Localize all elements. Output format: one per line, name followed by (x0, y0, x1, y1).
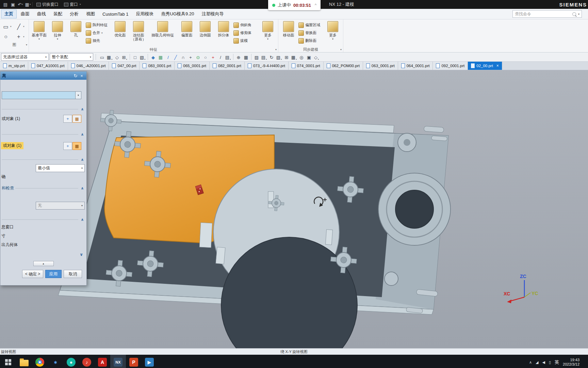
selection-tool-8[interactable]: ◆ (149, 53, 157, 61)
selection-tool-23[interactable]: ▨ (253, 53, 260, 61)
selection-tool-6[interactable]: ▧▾ (139, 53, 146, 61)
selection-tool-3[interactable]: ⊞▾ (121, 53, 128, 61)
cancel-button[interactable]: 取消 (64, 270, 82, 278)
selection-tool-0[interactable]: ▭ (98, 53, 106, 61)
part-tab-064-0001-prt[interactable]: 064_0001.prt (398, 62, 433, 70)
command-search-input[interactable]: 查找命令 ▾ (512, 10, 582, 18)
ribbon-button-more-sync[interactable]: 更多▾ (324, 20, 342, 41)
ribbon-button-extrude[interactable]: 拉伸▾ (48, 20, 67, 41)
taskbar-music[interactable]: ♪ (79, 355, 95, 368)
clipboard-icon[interactable]: ▣ (10, 1, 16, 8)
selection-filter-dropdown[interactable]: 无选择过滤器 ▾ (1, 53, 49, 61)
ribbon-button-pattern-feature[interactable]: 阵列特征 (85, 22, 111, 28)
ribbon-button-offset-region[interactable]: 偏置区域 (298, 22, 324, 28)
part-tab-047-a10001-prt[interactable]: 047_A10001.prt (28, 62, 68, 70)
ribbon-button-more-feature[interactable]: 更多▾ (259, 20, 277, 41)
ribbon-button-extract-geometry[interactable]: 抽取几何特征 (148, 20, 178, 37)
tray-icon-0[interactable]: ∧ (529, 360, 532, 365)
part-tab-074-0001-prt[interactable]: 074_0001.prt (289, 62, 324, 70)
ribbon-button-replace-face[interactable]: 替换面 (298, 30, 324, 36)
point-constructor-button[interactable]: + (63, 115, 72, 123)
menu-tab-home[interactable]: 主页 (1, 10, 17, 18)
taskbar-adobe[interactable]: A (95, 355, 110, 368)
input-language-indicator[interactable]: 英 (555, 359, 559, 365)
selection-tool-17[interactable]: / (217, 53, 224, 61)
ribbon-button-split-body[interactable]: 拆分体 (214, 20, 233, 37)
taskbar-chrome[interactable] (32, 355, 48, 368)
selection-tool-16[interactable]: + (209, 53, 217, 61)
part-tab-063-0001-prt[interactable]: 063_0001.prt (363, 62, 398, 70)
menu-tab-assembly[interactable]: 装配 (50, 10, 66, 18)
selection-tool-30[interactable]: ▣ (305, 53, 313, 61)
selection-tool-14[interactable]: ⊙ (194, 53, 202, 61)
close-tab-icon[interactable]: × (496, 64, 499, 68)
dialog-header[interactable]: 离 ↻ × (0, 72, 86, 80)
taskbar-nx[interactable]: NX (110, 355, 126, 368)
graphics-window[interactable]: ZC XC YC 离 ↻ × ▾ ∧ 或对象 (1) + (0, 70, 588, 348)
selection-tool-27[interactable]: ⊞ (283, 53, 290, 61)
tray-icon-1[interactable]: ◢ (536, 360, 538, 365)
collapse-arrow-icon[interactable]: ∧ (80, 107, 85, 111)
menu-tab-custom-tab[interactable]: CustomTab 1 (99, 10, 132, 18)
selection-tool-10[interactable]: / (164, 53, 172, 61)
dialog-reset-button[interactable]: ↻ (72, 73, 79, 78)
part-tab-092-0001-prt[interactable]: 092_0001.prt (433, 62, 468, 70)
selection-tool-11[interactable]: ╱ (172, 53, 179, 61)
selection-tool-29[interactable]: ◎ (298, 53, 305, 61)
selection-tool-26[interactable]: ▧▾ (275, 53, 283, 61)
ribbon-button-draft[interactable]: 拔模 (233, 37, 259, 44)
dialog-option-0[interactable]: 息窗口 (1, 224, 18, 230)
taskbar-player[interactable]: ▶ (142, 355, 157, 368)
taskbar-explorer[interactable] (16, 355, 32, 368)
selection-tool-18[interactable]: ▤▾ (224, 53, 232, 61)
selection-tool-5[interactable]: □ (131, 53, 139, 61)
menu-tab-yanxiu-mold[interactable]: 燕秀UG模具9.20 (158, 10, 198, 18)
collapse-arrow-icon[interactable]: ∧ (80, 186, 85, 190)
part-tab-062-pom00-prt[interactable]: 062_POM00.prt (324, 62, 363, 70)
part-tab-046--a20001-prt[interactable]: 046_-A20001.prt (68, 62, 109, 70)
dialog-collapse-button[interactable]: ▲ (33, 261, 54, 266)
distance-option-dropdown[interactable]: 最小值 ▾ (36, 164, 85, 172)
dialog-option-1[interactable]: 寸 (1, 233, 18, 239)
ribbon-button-edge-blend[interactable]: 边倒圆 (196, 20, 214, 37)
face-select-button-active[interactable]: ▦ (72, 142, 81, 150)
ribbon-button-shell[interactable]: 抽壳 (85, 37, 111, 44)
chevron-down-icon[interactable]: ▾ (340, 48, 342, 51)
start-button[interactable] (0, 355, 16, 368)
ribbon-button-optimize-face[interactable]: 优化面 (111, 20, 129, 37)
check-option-dropdown[interactable]: 无 ▾ (36, 202, 85, 210)
part-tab-047-00-prt[interactable]: 047_00.prt (109, 62, 140, 70)
undo-icon[interactable]: ↶▾ (17, 1, 24, 8)
tray-icon-3[interactable]: ▯ (549, 360, 551, 365)
part-tab-082-0001-prt[interactable]: 082_0001.prt (210, 62, 245, 70)
window-menu-button[interactable]: 窗口 ▾ (61, 1, 84, 8)
switch-window-button[interactable]: 切换窗口 (34, 1, 61, 8)
menu-tab-analysis[interactable]: 分析 (66, 10, 82, 18)
selection-tool-25[interactable]: ↻ (268, 53, 275, 61)
collapse-arrow-icon[interactable]: ∧ (80, 217, 85, 222)
chevron-down-icon[interactable]: ▾ (578, 13, 579, 16)
selection-tool-12[interactable]: ∩ (179, 53, 187, 61)
face-select-button[interactable]: ▦ (72, 115, 81, 123)
selection-tool-31[interactable]: ◇▾ (313, 53, 320, 61)
ribbon-button-delete-face[interactable]: 删除面 (298, 37, 324, 44)
chevron-up-icon[interactable]: ^ (315, 3, 316, 7)
taskbar-browser-360[interactable]: ∗ (48, 355, 63, 368)
menu-tab-curve[interactable]: 曲线 (34, 10, 49, 18)
selection-tool-28[interactable]: ▦▾ (290, 53, 298, 61)
ribbon-button-trim-body[interactable]: 修剪体 (233, 30, 259, 36)
dialog-option-2[interactable]: 出几何体 (1, 242, 18, 248)
selection-tool-24[interactable]: ▤▾ (260, 53, 268, 61)
selection-tool-9[interactable]: ▦ (157, 53, 164, 61)
viewport-3d[interactable]: ZC XC YC (0, 70, 588, 348)
ribbon-button-hole[interactable]: 孔 (67, 20, 85, 37)
point-constructor-button[interactable]: + (63, 142, 72, 150)
chevron-down-icon[interactable]: ▾ (26, 43, 27, 46)
chevron-down-icon[interactable]: ▾ (275, 48, 277, 51)
selection-tool-15[interactable]: ○ (202, 53, 209, 61)
part-tab-083-0001-prt[interactable]: 083_0001.prt (140, 62, 175, 70)
ok-button[interactable]: < 确定 > (22, 270, 43, 278)
part-tab-065-0001-prt[interactable]: 065_0001.prt (175, 62, 210, 70)
apply-button[interactable]: 应用 (45, 270, 62, 278)
ribbon-button-chamfer[interactable]: 倒斜角 (233, 22, 259, 28)
